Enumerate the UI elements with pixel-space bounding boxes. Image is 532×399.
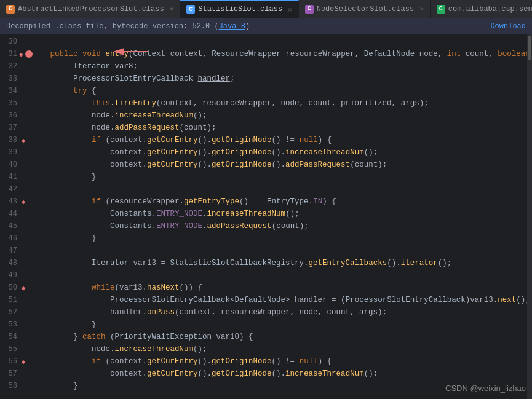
line-38: if (context.getCurEntry().getOriginNode(… — [36, 134, 527, 146]
info-bar-text: Decompiled .class file, bytecode version… — [6, 22, 250, 31]
code-area: 30 31◆ 32 33 34 35 36 37 38◆ 39 40 41 42… — [0, 34, 532, 399]
line-50-info: 50◆ — [0, 282, 34, 294]
tab-statistic-close[interactable]: ✕ — [288, 6, 292, 14]
line-52: handler.onPass(context, resourceWrapper,… — [36, 306, 527, 318]
line-55-info: 55 — [0, 343, 34, 355]
line-56-info: 56◆ — [0, 355, 34, 368]
line-58-info: 58 — [0, 380, 34, 392]
line-35: this.fireEntry(context, resourceWrapper,… — [36, 97, 527, 109]
line-37-info: 37 — [0, 122, 34, 134]
line-45: Constants.ENTRY_NODE.addPassRequest(coun… — [36, 220, 527, 232]
tab-statistic-icon: C — [186, 5, 195, 14]
line-31: public void entry(Context context, Resou… — [36, 48, 527, 60]
tab-alibaba[interactable]: C com.alibaba.csp.sentinel.slotchain.Pro… — [431, 0, 532, 18]
tab-statistic[interactable]: C StatisticSlot.class ✕ — [180, 0, 298, 18]
line-48-info: 48 — [0, 257, 34, 269]
line-42 — [36, 183, 527, 196]
line-36: node.increaseThreadNum(); — [36, 109, 527, 122]
tab-statistic-label: StatisticSlot.class — [198, 5, 282, 14]
line-30 — [36, 36, 527, 48]
line-53-info: 53 — [0, 318, 34, 331]
line-40: context.getCurEntry().getOriginNode().ad… — [36, 159, 527, 171]
gutter: 30 31◆ 32 33 34 35 36 37 38◆ 39 40 41 42… — [0, 34, 34, 399]
line-53: } — [36, 318, 527, 331]
line-47 — [36, 245, 527, 257]
line-46: } — [36, 232, 527, 245]
tab-abstract[interactable]: C AbstractLinkedProcessorSlot.class ✕ — [0, 0, 180, 18]
line-41: } — [36, 171, 527, 183]
line-42-info: 42 — [0, 183, 34, 196]
line-39-info: 39 — [0, 146, 34, 159]
line-45-info: 45 — [0, 220, 34, 232]
tab-abstract-close[interactable]: ✕ — [170, 5, 174, 13]
tab-nodeselector-close[interactable]: ✕ — [419, 5, 424, 13]
line-52-info: 52 — [0, 306, 34, 318]
tab-nodeselector-label: NodeSelectorSlot.class — [317, 5, 414, 14]
line-44-info: 44 — [0, 208, 34, 220]
line-57: context.getCurEntry().getOriginNode().in… — [36, 368, 527, 380]
tab-nodeselector-icon: C — [305, 5, 314, 14]
line-48: Iterator var13 = StatisticSlotCallbackRe… — [36, 257, 527, 269]
line-50: while(var13.hasNext()) { — [36, 282, 527, 294]
line-54: } catch (PriorityWaitException var10) { — [36, 331, 527, 343]
line-33: ProcessorSlotEntryCallback handler; — [36, 73, 527, 85]
line-35-info: 35 — [0, 97, 34, 109]
line-39: context.getCurEntry().getOriginNode().in… — [36, 146, 527, 159]
line-57-info: 57 — [0, 368, 34, 380]
java8-link[interactable]: Java 8 — [219, 22, 245, 31]
line-56: if (context.getCurEntry().getOriginNode(… — [36, 355, 527, 368]
line-43-info: 43◆ — [0, 196, 34, 208]
line-32: Iterator var8; — [36, 60, 527, 73]
tab-abstract-label: AbstractLinkedProcessorSlot.class — [18, 5, 164, 14]
line-33-info: 33 — [0, 73, 34, 85]
tab-alibaba-label: com.alibaba.csp.sentinel.slotchain.Pro..… — [448, 5, 532, 14]
download-link[interactable]: Download — [490, 22, 526, 31]
line-34: try { — [36, 85, 527, 97]
tab-bar: C AbstractLinkedProcessorSlot.class ✕ C … — [0, 0, 532, 18]
line-54-info: 54 — [0, 331, 34, 343]
line-55: node.increaseThreadNum(); — [36, 343, 527, 355]
line-36-info: 36 — [0, 109, 34, 122]
line-51-info: 51 — [0, 294, 34, 306]
line-32-info: 32 — [0, 60, 34, 73]
line-31-info: 31◆ — [0, 48, 34, 60]
info-bar: Decompiled .class file, bytecode version… — [0, 18, 532, 34]
code-lines: public void entry(Context context, Resou… — [34, 34, 527, 399]
tab-alibaba-icon: C — [437, 5, 445, 14]
line-34-info: 34 — [0, 85, 34, 97]
line-38-info: 38◆ — [0, 134, 34, 146]
line-40-info: 40 — [0, 159, 34, 171]
line-51: ProcessorSlotEntryCallback<DefaultNode> … — [36, 294, 527, 306]
scrollbar[interactable] — [527, 34, 532, 399]
line-37: node.addPassRequest(count); — [36, 122, 527, 134]
line-44: Constants.ENTRY_NODE.increaseThreadNum()… — [36, 208, 527, 220]
watermark: CSDN @weixin_lizhao — [445, 384, 526, 393]
line-30-info: 30 — [0, 36, 34, 48]
scrollbar-thumb — [528, 36, 531, 60]
line-43: if (resourceWrapper.getEntryType() == En… — [36, 196, 527, 208]
line-41-info: 41 — [0, 171, 34, 183]
tab-abstract-icon: C — [6, 5, 15, 14]
line-47-info: 47 — [0, 245, 34, 257]
line-49-info: 49 — [0, 269, 34, 282]
line-49 — [36, 269, 527, 282]
tab-nodeselector[interactable]: C NodeSelectorSlot.class ✕ — [299, 0, 431, 18]
line-46-info: 46 — [0, 232, 34, 245]
